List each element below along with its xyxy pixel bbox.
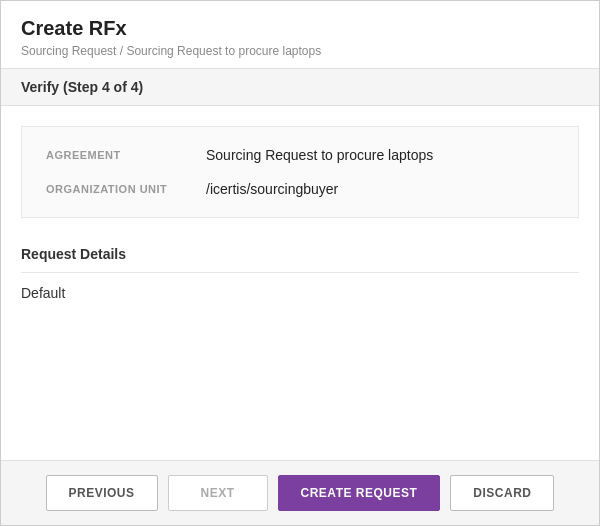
modal-title: Create RFx	[21, 17, 579, 40]
org-unit-label: ORGANIZATION UNIT	[46, 181, 206, 195]
info-section: AGREEMENT Sourcing Request to procure la…	[21, 126, 579, 218]
modal-container: Create RFx Sourcing Request / Sourcing R…	[0, 0, 600, 526]
org-unit-row: ORGANIZATION UNIT /icertis/sourcingbuyer	[46, 181, 554, 197]
request-details-section: Request Details Default	[21, 234, 579, 301]
org-unit-value: /icertis/sourcingbuyer	[206, 181, 338, 197]
agreement-label: AGREEMENT	[46, 147, 206, 161]
breadcrumb: Sourcing Request / Sourcing Request to p…	[21, 44, 579, 58]
agreement-row: AGREEMENT Sourcing Request to procure la…	[46, 147, 554, 163]
agreement-value: Sourcing Request to procure laptops	[206, 147, 433, 163]
step-header: Verify (Step 4 of 4)	[1, 69, 599, 106]
next-button: NEXT	[168, 475, 268, 511]
modal-body: AGREEMENT Sourcing Request to procure la…	[1, 106, 599, 460]
step-label: Verify (Step 4 of 4)	[21, 79, 143, 95]
modal-footer: PREVIOUS NEXT CREATE REQUEST DISCARD	[1, 460, 599, 525]
request-details-header: Request Details	[21, 234, 579, 273]
previous-button[interactable]: PREVIOUS	[46, 475, 158, 511]
discard-button[interactable]: DISCARD	[450, 475, 554, 511]
modal-header: Create RFx Sourcing Request / Sourcing R…	[1, 1, 599, 69]
create-request-button[interactable]: CREATE REQUEST	[278, 475, 441, 511]
default-row: Default	[21, 273, 579, 301]
